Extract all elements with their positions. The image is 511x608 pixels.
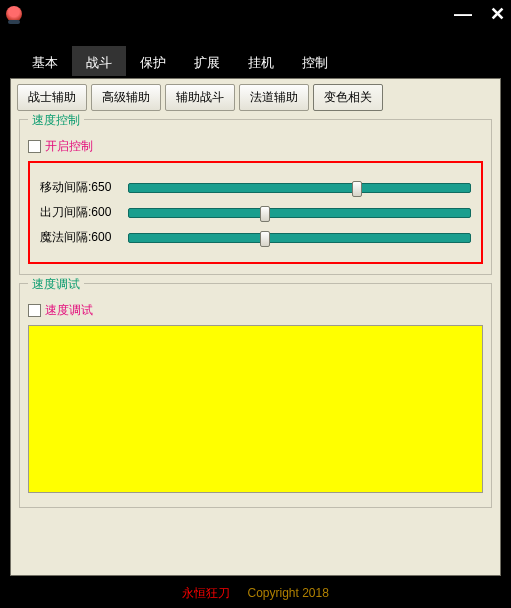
footer-copyright: Copyright 2018 <box>247 586 328 600</box>
app-window: 基本 战斗 保护 扩展 挂机 控制 战士辅助 高级辅助 辅助战斗 法道辅助 变色… <box>0 0 511 608</box>
menu-combat[interactable]: 战斗 <box>72 46 126 76</box>
slider-thumb-attack[interactable] <box>260 206 270 222</box>
subtab-bar: 战士辅助 高级辅助 辅助战斗 法道辅助 变色相关 <box>11 79 500 111</box>
row-speed-test: 速度调试 <box>28 302 483 319</box>
menu-control[interactable]: 控制 <box>288 46 342 76</box>
footer: 永恒狂刀 Copyright 2018 <box>0 585 511 602</box>
label-magic-interval: 魔法间隔:600 <box>40 229 128 246</box>
app-icon <box>6 6 22 22</box>
main-panel: 战士辅助 高级辅助 辅助战斗 法道辅助 变色相关 速度控制 开启控制 移动间隔:… <box>10 78 501 576</box>
legend-speed-test: 速度调试 <box>28 276 84 293</box>
slider-move-interval[interactable] <box>128 183 471 193</box>
label-attack-interval: 出刀间隔:600 <box>40 204 128 221</box>
legend-speed-control: 速度控制 <box>28 112 84 129</box>
subtab-advanced-assist[interactable]: 高级辅助 <box>91 84 161 111</box>
fieldset-speed-control: 速度控制 开启控制 移动间隔:650 出刀间隔:600 <box>19 119 492 275</box>
slider-row-attack: 出刀间隔:600 <box>40 204 471 221</box>
subtab-warrior-assist[interactable]: 战士辅助 <box>17 84 87 111</box>
subtab-mage-assist[interactable]: 法道辅助 <box>239 84 309 111</box>
checkbox-speed-test[interactable] <box>28 304 41 317</box>
menu-extend[interactable]: 扩展 <box>180 46 234 76</box>
menu-idle[interactable]: 挂机 <box>234 46 288 76</box>
slider-row-magic: 魔法间隔:600 <box>40 229 471 246</box>
slider-thumb-move[interactable] <box>352 181 362 197</box>
slider-row-move: 移动间隔:650 <box>40 179 471 196</box>
label-enable-control: 开启控制 <box>45 138 93 155</box>
slider-thumb-magic[interactable] <box>260 231 270 247</box>
window-controls <box>454 5 505 23</box>
menu-basic[interactable]: 基本 <box>18 46 72 76</box>
titlebar <box>0 0 511 28</box>
footer-brand: 永恒狂刀 <box>182 586 230 600</box>
minimize-button[interactable] <box>454 5 472 23</box>
row-enable-control: 开启控制 <box>28 138 483 155</box>
speed-test-output <box>28 325 483 493</box>
checkbox-enable-control[interactable] <box>28 140 41 153</box>
label-move-interval: 移动间隔:650 <box>40 179 128 196</box>
slider-magic-interval[interactable] <box>128 233 471 243</box>
subtab-assist-combat[interactable]: 辅助战斗 <box>165 84 235 111</box>
subtab-color-related[interactable]: 变色相关 <box>313 84 383 111</box>
slider-attack-interval[interactable] <box>128 208 471 218</box>
menu-protect[interactable]: 保护 <box>126 46 180 76</box>
highlight-box: 移动间隔:650 出刀间隔:600 魔法间隔:600 <box>28 161 483 264</box>
label-speed-test: 速度调试 <box>45 302 93 319</box>
close-button[interactable] <box>490 5 505 23</box>
fieldset-speed-test: 速度调试 速度调试 <box>19 283 492 508</box>
menubar: 基本 战斗 保护 扩展 挂机 控制 <box>0 46 511 76</box>
